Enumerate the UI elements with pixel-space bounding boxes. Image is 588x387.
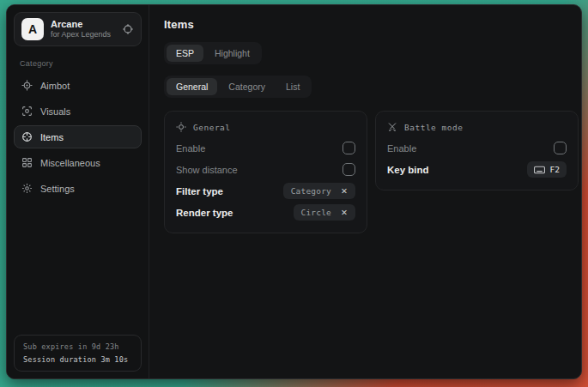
setting-row-filter-type: Filter type Category ✕ — [176, 180, 355, 202]
sidebar-item-label: Visuals — [40, 106, 70, 117]
battle-enable-checkbox[interactable] — [554, 142, 567, 154]
tab-list[interactable]: List — [276, 78, 309, 95]
setting-row-render-type: Render type Circle ✕ — [176, 202, 355, 223]
page-title: Items — [164, 18, 579, 31]
view-tab-row: General Category List — [164, 76, 579, 98]
sidebar-item-miscellaneous[interactable]: Miscellaneous — [14, 151, 142, 174]
target-icon[interactable] — [122, 23, 134, 35]
setting-label: Enable — [176, 143, 205, 154]
app-window: A Arcane for Apex Legends Category Aimbo… — [6, 4, 582, 379]
app-subtitle: for Apex Legends — [51, 30, 115, 40]
sidebar-item-label: Settings — [40, 184, 75, 194]
setting-row-show-distance: Show distance — [176, 159, 355, 180]
scan-icon — [176, 122, 186, 132]
main-content: Items ESP Highlight General Category Lis… — [149, 5, 582, 378]
view-tab-group: General Category List — [164, 76, 312, 98]
key-bind-button[interactable]: F2 — [527, 161, 567, 178]
subscription-info-card: Sub expires in 9d 23h Session duration 3… — [14, 335, 142, 372]
render-type-select[interactable]: Circle ✕ — [294, 204, 356, 221]
sidebar-item-settings[interactable]: Settings — [14, 177, 142, 200]
sidebar-item-visuals[interactable]: Visuals — [14, 100, 142, 123]
panels-row: General Enable Show distance Filter type… — [164, 111, 579, 233]
sidebar-item-label: Items — [40, 132, 64, 142]
battle-mode-panel-title: Battle mode — [404, 123, 463, 132]
setting-row-key-bind: Key bind F2 — [387, 159, 567, 180]
sidebar: A Arcane for Apex Legends Category Aimbo… — [7, 5, 149, 378]
setting-label: Enable — [387, 143, 416, 154]
setting-row-enable: Enable — [387, 137, 567, 159]
key-bind-value: F2 — [550, 165, 560, 174]
setting-label: Key bind — [387, 165, 429, 175]
enable-checkbox[interactable] — [342, 142, 355, 154]
sub-expires-text: Sub expires in 9d 23h — [23, 342, 132, 351]
mode-tab-row: ESP Highlight — [164, 42, 579, 64]
sidebar-item-aimbot[interactable]: Aimbot — [14, 74, 142, 97]
sidebar-item-items[interactable]: Items — [14, 125, 142, 148]
tab-esp[interactable]: ESP — [167, 45, 203, 62]
general-panel-title: General — [193, 123, 231, 132]
filter-type-select[interactable]: Category ✕ — [283, 183, 355, 199]
battle-mode-panel: Battle mode Enable Key bind F2 — [375, 111, 579, 190]
close-icon[interactable]: ✕ — [341, 187, 348, 196]
keyboard-icon — [534, 166, 545, 174]
app-text: Arcane for Apex Legends — [51, 18, 115, 40]
eye-scan-icon — [21, 106, 33, 117]
app-title: Arcane — [51, 18, 115, 30]
tab-general[interactable]: General — [167, 78, 217, 95]
filter-type-value: Category — [291, 186, 331, 196]
gear-icon — [21, 183, 33, 194]
setting-label: Render type — [176, 208, 233, 218]
app-header-card[interactable]: A Arcane for Apex Legends — [14, 12, 142, 46]
setting-row-enable: Enable — [176, 137, 355, 159]
sidebar-section-label: Category — [20, 59, 136, 68]
general-panel: General Enable Show distance Filter type… — [164, 111, 367, 233]
setting-label: Show distance — [176, 165, 238, 175]
sidebar-item-label: Aimbot — [40, 81, 70, 91]
tab-highlight[interactable]: Highlight — [205, 45, 259, 62]
box-icon — [21, 131, 33, 142]
show-distance-checkbox[interactable] — [342, 163, 355, 176]
swords-icon — [387, 122, 397, 132]
app-logo: A — [21, 18, 44, 40]
general-panel-header: General — [176, 122, 355, 132]
mode-tab-group: ESP Highlight — [164, 42, 262, 64]
tab-category[interactable]: Category — [219, 78, 275, 95]
crosshair-icon — [21, 80, 33, 91]
close-icon[interactable]: ✕ — [341, 209, 348, 217]
sidebar-item-label: Miscellaneous — [40, 158, 100, 168]
session-duration-text: Session duration 3m 10s — [23, 355, 132, 364]
render-type-value: Circle — [301, 208, 332, 217]
setting-label: Filter type — [176, 186, 223, 197]
grid-icon — [21, 157, 33, 168]
battle-mode-panel-header: Battle mode — [387, 122, 567, 132]
